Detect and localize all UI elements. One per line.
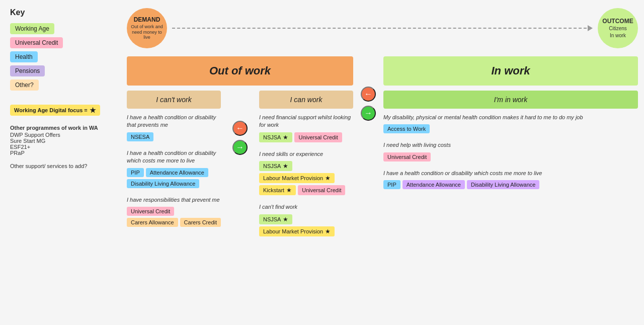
- badge-carers-credit: Carers Credit: [180, 218, 221, 227]
- badge-pip: PIP: [127, 168, 144, 177]
- wa-digital-focus-label: Working Age Digital focus = ★: [10, 105, 100, 116]
- badge-disability-living: Disability Living Allowance: [127, 179, 199, 188]
- key-universal-credit: Universal Credit: [10, 37, 63, 48]
- demand-label: DEMAND: [134, 16, 160, 23]
- can-work-badges-1: NSJSA Universal Credit: [259, 132, 353, 142]
- key-working-age: Working Age: [10, 23, 54, 34]
- outcome-desc1: Citizens: [609, 26, 627, 32]
- in-work-badges-1: Access to Work: [383, 124, 638, 133]
- in-work-section-2: I need help with living costs Universal …: [383, 141, 638, 161]
- sidebar: Key Working Age Universal Credit Health …: [0, 0, 121, 325]
- cant-work-col: I can't work I have a health condition o…: [127, 91, 221, 245]
- main-content: DEMAND Out of work and need money to liv…: [121, 0, 644, 325]
- can-work-desc-2: I need skills or experience: [259, 150, 353, 158]
- arrow-left-1[interactable]: ←: [232, 121, 248, 136]
- badge-uc-2: Universal Credit: [298, 185, 345, 195]
- other-programme-item: ESF21+: [10, 144, 111, 150]
- other-programmes: Other programmes of work in WA DWP Suppo…: [10, 125, 111, 156]
- can-work-section-1: I need financial support whilst looking …: [259, 114, 353, 142]
- key-health: Health: [10, 51, 38, 62]
- badge-nsjsa-1: NSJSA: [259, 132, 292, 142]
- flow-arrow: [172, 25, 593, 31]
- can-work-desc-1: I need financial support whilst looking …: [259, 114, 353, 129]
- badge-universal-credit-cw: Universal Credit: [127, 207, 174, 216]
- badge-lmp-2: Labour Market Provision: [259, 226, 335, 236]
- badge-nsjsa-2: NSJSA: [259, 161, 292, 171]
- arrow-right-2[interactable]: →: [361, 106, 376, 121]
- other-support: Other support/ services to add?: [10, 163, 111, 169]
- badge-uc-1: Universal Credit: [294, 132, 342, 142]
- in-work-badges-3: PIP Attendance Allowance Disability Livi…: [383, 180, 638, 189]
- out-in-work-arrows: ← →: [353, 56, 383, 121]
- star-icon: ★: [90, 106, 96, 114]
- can-work-header: I can work: [259, 91, 353, 109]
- in-work-desc-2: I need help with living costs: [383, 141, 638, 149]
- can-work-section-3: I can't find work NSJSA Labour Market Pr…: [259, 203, 353, 236]
- outcome-label: OUTCOME: [602, 18, 633, 25]
- badge-lmp: Labour Market Provision: [259, 173, 335, 183]
- badge-uc-iw: Universal Credit: [383, 152, 431, 161]
- demand-desc: Out of work and need money to live: [131, 24, 163, 40]
- badge-dla-iw: Disability Living Allowance: [467, 180, 539, 189]
- cant-work-badges-1: NSESA: [127, 132, 221, 141]
- badge-access-to-work: Access to Work: [383, 124, 430, 133]
- other-programme-item: DWP Support Offers: [10, 132, 111, 138]
- key-other: Other?: [10, 79, 39, 91]
- in-work-desc-3: I have a health condition or disability …: [383, 170, 638, 177]
- cant-work-desc-3: I have responsibilities that prevent me: [127, 196, 221, 204]
- badge-nsesa: NSESA: [127, 132, 153, 141]
- out-of-work-header: Out of work: [127, 56, 353, 86]
- can-work-section-2: I need skills or experience NSJSA Labour…: [259, 150, 353, 195]
- cant-work-badges-3: Universal Credit Carers Allowance Carers…: [127, 207, 221, 227]
- key-pensions: Pensions: [10, 65, 45, 76]
- badge-nsjsa-3: NSJSA: [259, 214, 292, 224]
- in-work-section-1: My disability, physical or mental health…: [383, 114, 638, 133]
- other-programme-item: Sure Start MG: [10, 138, 111, 144]
- other-programme-item: PRaP: [10, 150, 111, 156]
- arrow-head: [588, 25, 593, 31]
- sidebar-title: Key: [10, 8, 111, 17]
- cant-work-section-2: I have a health condition or disability …: [127, 149, 221, 188]
- in-work-sub-header: I'm in work: [383, 91, 638, 109]
- badge-carers-allowance: Carers Allowance: [127, 218, 178, 227]
- dashed-line: [172, 28, 587, 29]
- cant-work-section-3: I have responsibilities that prevent me …: [127, 196, 221, 227]
- demand-circle: DEMAND Out of work and need money to liv…: [127, 8, 167, 48]
- arrow-right-1[interactable]: →: [232, 140, 248, 155]
- out-of-work-column: Out of work I can't work I have a health…: [127, 56, 353, 245]
- in-work-section-3: I have a health condition or disability …: [383, 170, 638, 189]
- cant-work-header: I can't work: [127, 91, 221, 109]
- in-work-column: In work I'm in work My disability, physi…: [383, 56, 638, 197]
- in-work-desc-1: My disability, physical or mental health…: [383, 114, 638, 121]
- cant-work-section-1: I have a health condition or disability …: [127, 114, 221, 141]
- badge-pip-iw: PIP: [383, 180, 400, 189]
- in-work-badges-2: Universal Credit: [383, 152, 638, 161]
- other-programmes-title: Other programmes of work in WA: [10, 125, 111, 131]
- columns-area: Out of work I can't work I have a health…: [127, 56, 638, 245]
- arrow-left-2[interactable]: ←: [361, 87, 376, 102]
- badge-kickstart: Kickstart: [259, 185, 296, 195]
- flow-row: DEMAND Out of work and need money to liv…: [127, 8, 638, 48]
- outcome-desc2: In work: [610, 33, 626, 39]
- outcome-circle: OUTCOME Citizens In work: [598, 8, 638, 48]
- cant-can-arrows: ← →: [225, 91, 255, 245]
- cant-work-desc-1: I have a health condition or disability …: [127, 114, 221, 129]
- can-work-col: I can work I need financial support whil…: [259, 91, 353, 245]
- can-work-desc-3: I can't find work: [259, 203, 353, 211]
- sub-columns: I can't work I have a health condition o…: [127, 91, 353, 245]
- can-work-badges-3: NSJSA Labour Market Provision: [259, 214, 353, 236]
- cant-work-badges-2: PIP Attendance Allowance Disability Livi…: [127, 168, 221, 188]
- cant-work-desc-2: I have a health condition or disability …: [127, 149, 221, 165]
- can-work-badges-2: NSJSA Labour Market Provision Kickstart …: [259, 161, 353, 195]
- badge-attendance-allowance: Attendance Allowance: [146, 168, 208, 177]
- badge-attendance-iw: Attendance Allowance: [403, 180, 465, 189]
- in-work-header: In work: [383, 56, 638, 86]
